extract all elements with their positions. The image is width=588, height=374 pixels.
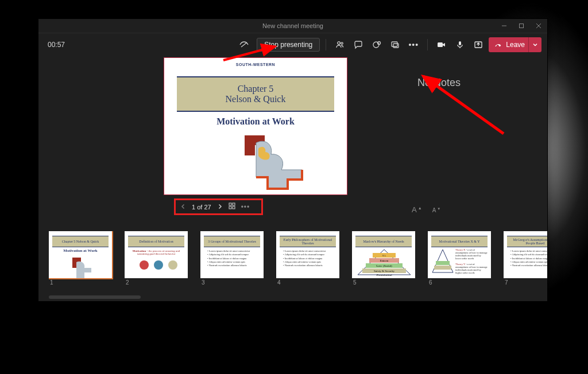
svg-line-4 (241, 42, 247, 47)
teams-meeting-window: New channel meeting 00:57 Stop p (38, 18, 548, 302)
meeting-timer: 00:57 (48, 41, 65, 49)
share-icon[interactable] (470, 37, 486, 53)
close-button[interactable] (530, 19, 547, 33)
svg-point-6 (341, 42, 343, 44)
thumbnail-number: 3 (200, 279, 264, 286)
thumbnail-scrollbar[interactable] (49, 295, 141, 299)
slide-thumbnail[interactable]: Motivational Theories X & YTheory X - a … (428, 231, 491, 286)
thumbnail-body: Motivation - the process of arousing and… (128, 248, 184, 276)
thumbnail-number: 2 (125, 279, 188, 286)
window-title: New channel meeting (262, 22, 323, 29)
thumbnail-strip: Chapter 5 Nelson & QuickMotivation at Wo… (38, 228, 547, 301)
thumbnail-heading: 3 Groups of Motivational Theories (204, 236, 260, 247)
svg-rect-33 (434, 266, 451, 270)
svg-text:SA: SA (382, 254, 386, 257)
next-slide-button[interactable] (217, 203, 223, 211)
window-controls (496, 19, 547, 33)
notes-font-decrease[interactable]: A▼ (432, 207, 442, 213)
slide-header-band: Chapter 5 Nelson & Quick (177, 76, 334, 112)
toolbar-divider (326, 39, 326, 50)
stop-presenting-label: Stop presenting (264, 41, 312, 49)
toolbar-divider (427, 39, 428, 50)
thumbnail-body: SAEsteemLove (Social)Safety & SecurityPh… (355, 248, 412, 276)
more-actions-icon[interactable]: ••• (405, 37, 421, 53)
slide-counter: 1 of 27 (192, 204, 211, 211)
mic-icon[interactable] (452, 37, 468, 53)
svg-text:Love (Social): Love (Social) (376, 264, 392, 267)
participants-icon[interactable] (332, 37, 348, 53)
thumbnail-number: 5 (352, 279, 415, 286)
thumbnail-number: 6 (428, 279, 491, 286)
slide-artwork (233, 133, 319, 190)
leave-chevron[interactable] (528, 37, 541, 52)
svg-rect-10 (393, 44, 399, 48)
svg-text:Physiological: Physiological (376, 274, 392, 276)
privacy-icon[interactable] (236, 37, 252, 53)
leave-label: Leave (506, 41, 525, 49)
thumbnail-heading: Motivational Theories X & Y (431, 236, 488, 247)
slide-more-button[interactable]: ••• (241, 203, 250, 211)
svg-rect-9 (392, 42, 397, 46)
slide-thumbnail[interactable]: Maslow's Hierarchy of NeedsSAEsteemLove … (352, 231, 415, 286)
thumbnail-number: 1 (49, 279, 112, 286)
hangup-icon (494, 41, 502, 49)
minimize-button[interactable] (496, 19, 513, 33)
chevron-down-icon (532, 42, 538, 48)
thumbnail-body: • Lorem ipsum dolor sit amet consectetur… (507, 248, 547, 276)
svg-rect-15 (233, 203, 235, 205)
leave-button[interactable]: Leave (489, 37, 541, 52)
svg-point-20 (168, 260, 177, 270)
chat-icon[interactable] (350, 37, 366, 53)
svg-point-18 (140, 260, 149, 270)
slide-thumbnail[interactable]: Definition of MotivationMotivation - the… (125, 231, 188, 286)
notes-font-increase[interactable]: A▲ (412, 205, 423, 214)
svg-rect-16 (229, 207, 231, 209)
svg-rect-17 (233, 207, 235, 209)
slide-pane: SOUTH-WESTERN Chapter 5 Nelson & Quick M… (96, 56, 394, 228)
thumbnail-heading: Chapter 5 Nelson & Quick (52, 236, 109, 247)
reactions-icon[interactable] (369, 37, 385, 53)
svg-point-5 (338, 42, 341, 45)
thumbnail-heading: Early Philosophers of Motivational Theor… (280, 236, 336, 247)
thumbnail-body: • Lorem ipsum dolor sit amet consectetur… (204, 248, 260, 276)
no-notes-label: No Notes (417, 77, 461, 89)
titlebar: New channel meeting (38, 19, 547, 33)
slide-thumbnail[interactable]: McGregor's Assumptions About People Base… (504, 231, 547, 286)
svg-point-19 (154, 260, 163, 270)
slide-publisher-logo: SOUTH-WESTERN (236, 63, 275, 67)
rooms-icon[interactable] (387, 37, 403, 53)
thumbnail-heading: Maslow's Hierarchy of Needs (355, 236, 412, 247)
slide-nav-controls: 1 of 27 ••• (174, 198, 263, 215)
slide-thumbnail[interactable]: 3 Groups of Motivational Theories• Lorem… (200, 231, 264, 286)
thumbnail-number: 7 (504, 279, 547, 286)
prev-slide-button[interactable] (180, 203, 186, 211)
thumbnail-body: Theory X - a set of assumptions of how t… (431, 248, 488, 276)
svg-rect-12 (459, 41, 461, 45)
notes-font-size-controls: A▲ A▼ (412, 205, 442, 214)
presenter-view: SOUTH-WESTERN Chapter 5 Nelson & Quick M… (38, 56, 547, 228)
slide-title: Motivation at Work (164, 116, 347, 127)
slide-thumbnail[interactable]: Early Philosophers of Motivational Theor… (276, 231, 339, 286)
svg-rect-11 (438, 42, 443, 47)
svg-text:Esteem: Esteem (380, 259, 389, 262)
notes-pane: No Notes A▲ A▼ (394, 56, 547, 228)
slide-authors: Nelson & Quick (226, 94, 286, 104)
thumbnail-heading: Definition of Motivation (128, 236, 184, 247)
thumbnail-body (52, 248, 109, 276)
slide-chapter: Chapter 5 (238, 84, 274, 94)
svg-rect-1 (520, 24, 524, 28)
thumbnail-number: 4 (276, 279, 339, 286)
svg-rect-32 (436, 261, 450, 265)
slide-thumbnail[interactable]: Chapter 5 Nelson & QuickMotivation at Wo… (49, 231, 112, 286)
current-slide[interactable]: SOUTH-WESTERN Chapter 5 Nelson & Quick M… (164, 57, 347, 195)
svg-point-7 (373, 42, 379, 48)
maximize-button[interactable] (513, 19, 530, 33)
camera-icon[interactable] (434, 37, 450, 53)
meeting-toolbar: 00:57 Stop presenting (38, 33, 547, 56)
svg-rect-14 (229, 203, 231, 205)
grid-view-button[interactable] (229, 202, 235, 211)
thumbnail-heading: McGregor's Assumptions About People Base… (507, 236, 547, 247)
stop-presenting-button[interactable]: Stop presenting (257, 38, 320, 52)
svg-text:Safety & Security: Safety & Security (374, 270, 394, 272)
thumbnail-body: • Lorem ipsum dolor sit amet consectetur… (280, 248, 336, 276)
